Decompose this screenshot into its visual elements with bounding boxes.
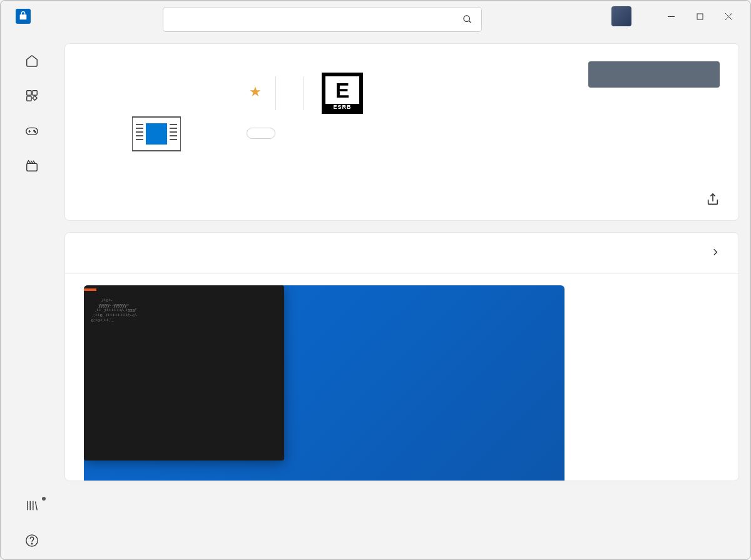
help-icon <box>23 532 41 549</box>
product-hero-card: ★ E ESRB <box>64 43 739 221</box>
stats-row: ★ E ESRB <box>247 73 571 114</box>
category-tag[interactable] <box>247 128 275 139</box>
content-area[interactable]: ★ E ESRB <box>63 32 750 559</box>
age-rating-block[interactable]: E ESRB <box>304 73 370 114</box>
action-column <box>588 61 720 206</box>
product-icon <box>84 61 229 206</box>
svg-point-13 <box>34 130 35 131</box>
chevron-right-icon[interactable] <box>711 247 720 260</box>
get-button[interactable] <box>588 61 720 88</box>
product-info: ★ E ESRB <box>247 61 571 206</box>
svg-point-21 <box>31 543 32 544</box>
esrb-badge-icon: E ESRB <box>322 73 363 114</box>
screenshot-1[interactable]: ./+o+- yyyyy- -yyyyyy+ .++ .:/++++++/-.+… <box>84 285 565 481</box>
svg-rect-15 <box>27 163 38 171</box>
maximize-button[interactable] <box>685 6 714 26</box>
svg-rect-9 <box>27 96 31 101</box>
profile-avatar[interactable] <box>611 6 631 26</box>
movies-icon <box>23 157 41 175</box>
window-controls <box>656 6 743 26</box>
screenshots-card: ./+o+- yyyyy- -yyyyyy+ .++ .:/++++++/-.+… <box>64 232 739 481</box>
svg-point-14 <box>35 131 36 133</box>
search-icon[interactable] <box>461 13 474 26</box>
ratings-count-block[interactable] <box>276 92 304 94</box>
search-box[interactable] <box>163 7 482 32</box>
sidebar <box>1 32 63 559</box>
apps-icon <box>23 87 41 104</box>
titlebar <box>1 1 750 32</box>
gaming-icon <box>23 122 41 140</box>
svg-point-1 <box>464 16 469 21</box>
close-button[interactable] <box>714 6 743 26</box>
library-icon <box>23 497 41 514</box>
svg-rect-0 <box>20 14 27 19</box>
search-input[interactable] <box>171 13 461 26</box>
nav-library[interactable] <box>1 489 63 524</box>
svg-line-19 <box>36 502 38 511</box>
svg-line-2 <box>469 21 471 23</box>
svg-rect-7 <box>27 91 31 95</box>
notification-dot <box>42 497 46 501</box>
screenshots-header[interactable] <box>65 233 738 274</box>
terminal-ubuntu: ./+o+- yyyyy- -yyyyyy+ .++ .:/++++++/-.+… <box>84 285 284 461</box>
nav-gaming[interactable] <box>1 115 63 150</box>
nav-movies-tv[interactable] <box>1 150 63 185</box>
nav-apps[interactable] <box>1 79 63 115</box>
screenshots-body[interactable]: ./+o+- yyyyy- -yyyyyy+ .++ .:/++++++/-.+… <box>65 274 738 481</box>
svg-rect-4 <box>697 14 703 19</box>
star-icon: ★ <box>249 84 262 100</box>
nav-help[interactable] <box>1 524 63 559</box>
minimize-button[interactable] <box>656 6 685 26</box>
share-button[interactable] <box>706 193 720 209</box>
nav-home[interactable] <box>1 44 63 79</box>
home-icon <box>23 52 41 69</box>
svg-rect-23 <box>146 123 167 145</box>
svg-rect-8 <box>33 91 37 95</box>
rating-block[interactable]: ★ <box>247 84 275 103</box>
store-app-icon <box>16 9 31 24</box>
